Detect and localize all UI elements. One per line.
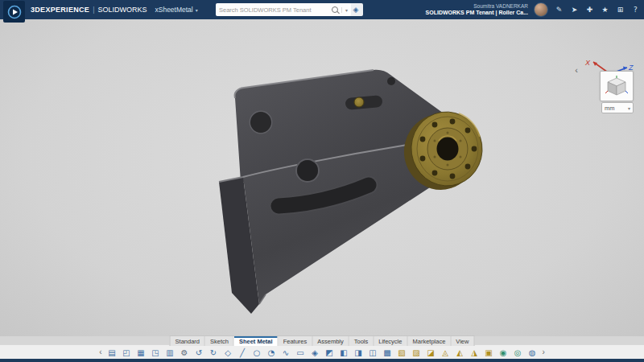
tab-lifecycle[interactable]: Lifecycle bbox=[374, 336, 407, 346]
measure-icon[interactable]: ◍ bbox=[526, 347, 539, 359]
paste-icon[interactable]: ▤ bbox=[106, 347, 118, 359]
favorites-icon[interactable]: ★ bbox=[600, 6, 610, 14]
toolbar-icons: ▤◰▦◳▥⚙↺↻◇╱○◔∿▭◈◩◧◨◫▩▧▨◪◬◭◮▣◉◎◍ bbox=[106, 347, 539, 359]
convert-icon[interactable]: ◧ bbox=[338, 347, 350, 359]
view-cube-icon bbox=[605, 75, 629, 97]
tab-standard[interactable]: Standard bbox=[171, 336, 205, 346]
tab-tools[interactable]: Tools bbox=[349, 336, 374, 346]
units-dropdown[interactable]: mm ▾ bbox=[601, 102, 634, 113]
bend-icon[interactable]: ◮ bbox=[469, 347, 481, 359]
tab-sketch[interactable]: Sketch bbox=[205, 336, 234, 346]
front-hole[interactable] bbox=[297, 160, 318, 181]
flatten-icon[interactable]: ▣ bbox=[483, 347, 495, 359]
open-icon[interactable]: ◰ bbox=[121, 347, 133, 359]
compass-icon bbox=[6, 4, 23, 20]
action-toolbar: ‹ ▤◰▦◳▥⚙↺↻◇╱○◔∿▭◈◩◧◨◫▩▧▨◪◬◭◮▣◉◎◍ › bbox=[0, 344, 644, 360]
brand-3dexperience: 3DEXPERIENCE bbox=[31, 6, 89, 14]
redo-icon[interactable]: ↻ bbox=[208, 347, 220, 359]
avatar[interactable] bbox=[534, 2, 548, 17]
tab-sheet-metal[interactable]: Sheet Metal bbox=[234, 336, 279, 346]
settings-gear-icon[interactable]: ⚙ bbox=[179, 347, 191, 359]
panel-collapse-chevron[interactable]: ‹ bbox=[575, 66, 578, 75]
pattern-icon[interactable]: ▩ bbox=[382, 347, 394, 359]
user-block[interactable]: Soumitra VADNERKAR SOLIDWORKS PM Tenant … bbox=[426, 3, 528, 16]
jog-icon[interactable]: ◭ bbox=[454, 347, 466, 359]
tenant-label: SOLIDWORKS PM Tenant | Roller Ca... bbox=[426, 10, 528, 16]
apps-grid-icon[interactable]: ⊞ bbox=[615, 6, 625, 14]
part-3d-view[interactable] bbox=[0, 19, 644, 336]
corner-icon[interactable]: ◉ bbox=[497, 347, 510, 359]
rectangle-icon[interactable]: ▭ bbox=[295, 347, 307, 359]
search-icon[interactable] bbox=[332, 6, 338, 13]
brand-divider: | bbox=[93, 6, 94, 14]
tab-marketplace[interactable]: Marketplace bbox=[407, 336, 451, 346]
toolbar-scroll-left[interactable]: ‹ bbox=[95, 348, 105, 356]
brand-solidworks: SOLIDWORKS bbox=[97, 6, 147, 14]
top-bar: 3DEXPERIENCE | SOLIDWORKS xSheetMetal ▾ … bbox=[0, 0, 644, 19]
circle-icon[interactable]: ○ bbox=[251, 347, 263, 359]
tag-button[interactable]: ◈ bbox=[349, 3, 363, 16]
undo-icon[interactable]: ↺ bbox=[193, 347, 205, 359]
compose-icon[interactable]: ✎ bbox=[554, 6, 564, 14]
hem-icon[interactable]: ◬ bbox=[440, 347, 452, 359]
x-axis-label: X bbox=[584, 59, 591, 67]
ribbon-tabs: StandardSketchSheet MetalFeaturesAssembl… bbox=[170, 335, 475, 346]
arc-icon[interactable]: ◔ bbox=[266, 347, 278, 359]
base-flange-icon[interactable]: ▧ bbox=[396, 347, 408, 359]
forming-tool-icon[interactable]: ◎ bbox=[512, 347, 524, 359]
view-cube-widget[interactable] bbox=[600, 71, 634, 101]
3dexperience-compass-logo[interactable] bbox=[3, 1, 25, 23]
spline-icon[interactable]: ∿ bbox=[280, 347, 292, 359]
search-input[interactable]: Search SOLIDWORKS PM Tenant bbox=[219, 6, 328, 14]
workspace-switcher[interactable]: xSheetMetal ▾ bbox=[155, 6, 197, 14]
top-bar-right: Soumitra VADNERKAR SOLIDWORKS PM Tenant … bbox=[426, 0, 641, 19]
tab-assembly[interactable]: Assembly bbox=[312, 336, 349, 346]
chevron-down-icon: ▾ bbox=[628, 105, 630, 111]
user-name: Soumitra VADNERKAR bbox=[426, 3, 528, 9]
search-scope-chevron-icon[interactable]: ▾ bbox=[341, 7, 348, 13]
global-search[interactable]: Search SOLIDWORKS PM Tenant ▾ bbox=[216, 3, 351, 16]
center-bore[interactable] bbox=[437, 138, 459, 161]
brand-title: 3DEXPERIENCE | SOLIDWORKS bbox=[31, 6, 147, 14]
graphics-viewport[interactable]: X Z ‹ mm ▾ bbox=[0, 19, 644, 336]
add-user-icon[interactable]: ✚ bbox=[584, 6, 595, 14]
header-icon-group: ✎➤✚★⊞? bbox=[554, 6, 641, 14]
mirror-icon[interactable]: ◫ bbox=[367, 347, 379, 359]
chevron-down-icon: ▾ bbox=[196, 7, 198, 13]
tab-view[interactable]: View bbox=[451, 336, 473, 346]
taskbar-strip bbox=[0, 359, 644, 362]
miter-flange-icon[interactable]: ◪ bbox=[425, 347, 437, 359]
workspace-label: xSheetMetal bbox=[155, 6, 192, 14]
brass-pin[interactable] bbox=[354, 97, 364, 107]
toolbar-scroll-right[interactable]: › bbox=[539, 348, 549, 356]
plane-icon[interactable]: ◇ bbox=[222, 347, 234, 359]
export-icon[interactable]: ◳ bbox=[150, 347, 162, 359]
polygon-icon[interactable]: ◈ bbox=[309, 347, 321, 359]
edge-flange-icon[interactable]: ▨ bbox=[411, 347, 423, 359]
share-icon[interactable]: ➤ bbox=[569, 6, 580, 14]
units-value: mm bbox=[605, 105, 615, 112]
line-icon[interactable]: ╱ bbox=[237, 347, 249, 359]
save-icon[interactable]: ▦ bbox=[135, 347, 147, 359]
tag-icon: ◈ bbox=[353, 6, 359, 14]
tab-features[interactable]: Features bbox=[279, 336, 313, 346]
help-icon[interactable]: ? bbox=[630, 6, 641, 14]
trim-icon[interactable]: ◩ bbox=[324, 347, 336, 359]
offset-icon[interactable]: ◨ bbox=[353, 347, 365, 359]
print-icon[interactable]: ▥ bbox=[164, 347, 176, 359]
